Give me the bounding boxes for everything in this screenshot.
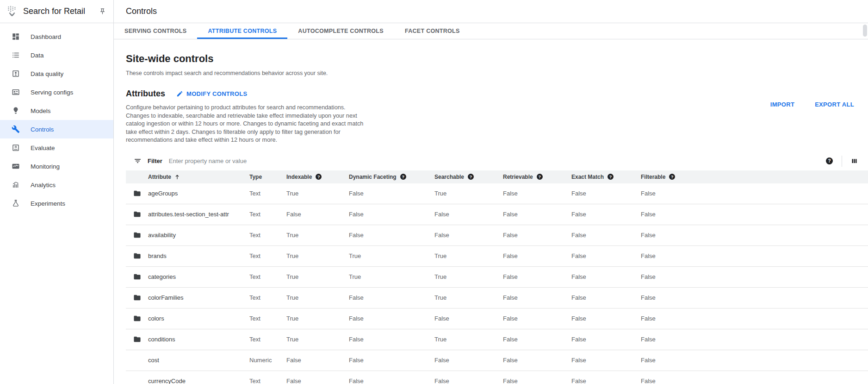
table-help-icon[interactable]: ? [826, 157, 833, 164]
modify-controls-label: MODIFY CONTROLS [186, 90, 247, 97]
divider [842, 156, 842, 167]
sidebar-item-dashboard[interactable]: Dashboard [0, 27, 113, 46]
searchable-value: False [434, 211, 503, 218]
filterable-value: False [641, 252, 868, 259]
pin-icon[interactable] [99, 8, 106, 15]
table-body: ageGroups Text True False True False Fal… [126, 183, 868, 384]
export-all-button[interactable]: EXPORT ALL [815, 101, 854, 108]
lightbulb-icon [12, 107, 20, 115]
help-icon[interactable]: ? [316, 174, 322, 180]
exact-match-value: False [571, 190, 641, 197]
exact-match-value: False [571, 378, 641, 384]
dynamic-faceting-value: False [349, 190, 434, 197]
scrollbar-thumb[interactable] [863, 25, 867, 37]
section-title: Site-wide controls [126, 53, 868, 65]
tab-attribute-controls[interactable]: ATTRIBUTE CONTROLS [197, 23, 287, 39]
retrievable-value: False [503, 252, 571, 259]
searchable-value: True [434, 273, 503, 280]
indexable-value: False [286, 357, 349, 364]
sidebar-item-evaluate[interactable]: Evaluate [0, 138, 113, 157]
filter-input[interactable] [169, 157, 826, 164]
exact-match-value: False [571, 294, 641, 301]
dynamic-faceting-value: False [349, 378, 434, 384]
help-icon[interactable]: ? [608, 174, 614, 180]
attribute-type: Text [249, 378, 286, 384]
indexable-value: False [286, 211, 349, 218]
sidebar-item-label: Analytics [31, 182, 56, 189]
help-icon[interactable]: ? [669, 174, 675, 180]
attributes-heading: Attributes [126, 89, 165, 99]
table-row[interactable]: categories Text True True True False Fal… [126, 267, 868, 288]
indexable-value: True [286, 294, 349, 301]
table-row[interactable]: cost Numeric False False False False Fal… [126, 350, 868, 371]
folder-icon [133, 315, 148, 322]
attribute-name: categories [148, 273, 249, 280]
retrievable-value: False [503, 211, 571, 218]
retail-logo-icon [6, 5, 19, 18]
column-header-searchable: Searchable? [434, 174, 503, 180]
table-row[interactable]: ageGroups Text True False True False Fal… [126, 183, 868, 204]
page-title: Controls [126, 6, 157, 16]
indexable-value: False [286, 378, 349, 384]
indexable-value: True [286, 273, 349, 280]
attribute-name: ageGroups [148, 190, 249, 197]
dynamic-faceting-value: False [349, 294, 434, 301]
filterable-value: False [641, 357, 868, 364]
sidebar-item-serving-configs[interactable]: Serving configs [0, 83, 113, 101]
folder-icon [133, 189, 148, 197]
sidebar-item-data-quality[interactable]: Data quality [0, 64, 113, 83]
sidebar-item-analytics[interactable]: Analytics [0, 176, 113, 194]
topbar: Controls [114, 0, 868, 23]
app-title: Search for Retail [23, 6, 85, 16]
table-row[interactable]: attributes.test-section_test-attr Text F… [126, 204, 868, 225]
table-header: Attribute Type Indexable? Dynamic Faceti… [126, 170, 868, 183]
sidebar-item-monitoring[interactable]: Monitoring [0, 157, 113, 176]
table-row[interactable]: colorFamilies Text True False True False… [126, 288, 868, 308]
sidebar-item-experiments[interactable]: Experiments [0, 194, 113, 213]
table-row[interactable]: availability Text True False False False… [126, 225, 868, 246]
column-header-attribute[interactable]: Attribute [148, 174, 249, 180]
table-row[interactable]: colors Text True False False False False… [126, 308, 868, 329]
attribute-type: Text [249, 315, 286, 322]
column-header-filterable: Filterable? [641, 174, 868, 180]
retrievable-value: False [503, 336, 571, 343]
table-row[interactable]: conditions Text True False True False Fa… [126, 329, 868, 350]
filterable-value: False [641, 273, 868, 280]
tab-facet-controls[interactable]: FACET CONTROLS [394, 23, 471, 39]
filter-bar: Filter ? [126, 152, 868, 170]
column-header-exact-match: Exact Match? [571, 174, 641, 180]
exact-match-value: False [571, 357, 641, 364]
help-icon[interactable]: ? [468, 174, 474, 180]
modify-controls-button[interactable]: MODIFY CONTROLS [173, 90, 247, 97]
main-panel: SERVING CONTROLS ATTRIBUTE CONTROLS AUTO… [114, 23, 868, 384]
exact-match-value: False [571, 315, 641, 322]
attribute-type: Text [249, 232, 286, 239]
attribute-name: brands [148, 252, 249, 259]
filterable-value: False [641, 294, 868, 301]
searchable-value: True [434, 294, 503, 301]
dynamic-faceting-value: False [349, 336, 434, 343]
searchable-value: True [434, 190, 503, 197]
folder-icon [133, 252, 148, 260]
attribute-type: Text [249, 273, 286, 280]
tab-autocomplete-controls[interactable]: AUTOCOMPLETE CONTROLS [287, 23, 394, 39]
app-window: Search for Retail Controls Dashboard Dat… [0, 0, 868, 384]
sidebar-item-data[interactable]: Data [0, 46, 113, 64]
help-icon[interactable]: ? [400, 174, 406, 180]
import-button[interactable]: IMPORT [770, 101, 794, 108]
sidebar-item-models[interactable]: Models [0, 101, 113, 120]
help-icon[interactable]: ? [537, 174, 543, 180]
filterable-value: False [641, 232, 868, 239]
table-row[interactable]: brands Text True True True False False F… [126, 246, 868, 267]
column-display-icon[interactable] [851, 157, 858, 164]
sidebar-item-controls[interactable]: Controls [0, 120, 113, 138]
filter-icon [134, 157, 142, 165]
indexable-value: True [286, 336, 349, 343]
app-header: Search for Retail [0, 0, 114, 23]
table-row[interactable]: currencyCode Text False False False Fals… [126, 371, 868, 384]
analytics-icon [12, 181, 20, 189]
sidebar-item-label: Data [31, 52, 44, 59]
tab-serving-controls[interactable]: SERVING CONTROLS [114, 23, 197, 39]
badge-icon [12, 69, 20, 78]
content-area: Site-wide controls These controls impact… [114, 53, 868, 384]
